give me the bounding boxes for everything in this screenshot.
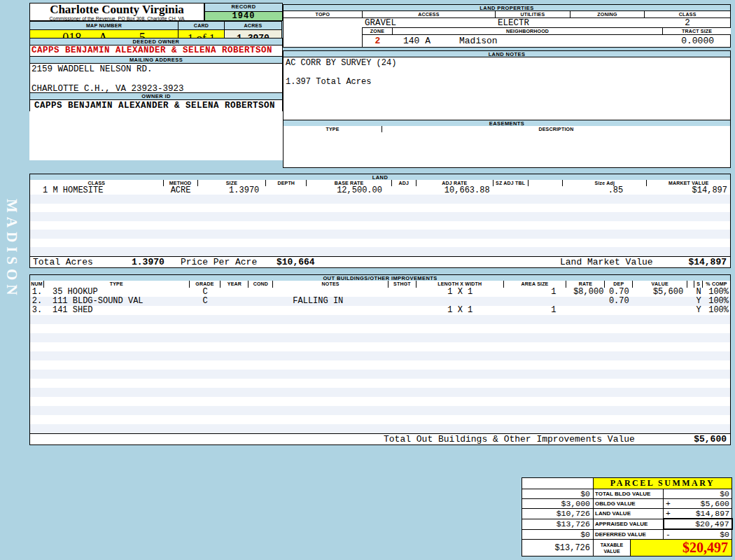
prior-value: $3,000 (522, 499, 594, 509)
col-header-zoning: ZONING (570, 11, 645, 18)
ob-sthgt (388, 288, 416, 297)
ob-type: 35 HOOKUP (44, 288, 190, 297)
empty-row (29, 204, 731, 214)
out-building-row: 1. 35 HOOKUP C 1 X 1 1 $8,000 0.70 $5,60… (29, 288, 731, 298)
ob-rate (566, 306, 605, 315)
neighborhood-name: Madison (459, 35, 498, 47)
ob-year (220, 288, 248, 297)
price-per-acre-label: Price Per Acre (181, 257, 257, 268)
summary-value: $5,600 (701, 499, 729, 508)
summary-row-land: $10,726 LAND VALUE +$14,897 (522, 509, 732, 519)
record-value: 1940 (204, 11, 283, 21)
ob-s: Y (694, 297, 703, 306)
land-col-blank (528, 180, 564, 186)
land-totals-row: Total Acres 1.3970 Price Per Acre $10,66… (29, 256, 731, 268)
ob-lxw: 1 X 1 (416, 306, 504, 315)
land-col-size-adj: Size Adj (563, 180, 647, 186)
ob-num: 2. (30, 297, 44, 306)
ob-col-sthgt: STHGT (388, 281, 416, 288)
land-size: 1.3970 (198, 186, 267, 195)
ob-col-year: YEAR (220, 281, 248, 288)
empty-row (29, 315, 731, 325)
ob-grade (190, 306, 221, 315)
land-col-size: SIZE (198, 180, 267, 186)
out-buildings-total-row: Total Out Buildings & Other Improvements… (29, 433, 731, 445)
land-note-line-1: AC CORR BY SURVEY (24) (286, 59, 728, 68)
land-sz-adj-tbl (493, 186, 528, 195)
summary-value: $14,897 (696, 509, 729, 518)
summary-value: $0 (720, 489, 729, 498)
owner-section: DEEDED OWNER CAPPS BENJAMIN ALEXANDER & … (29, 38, 283, 160)
land-row: 1 M HOMESITE ACRE 1.3970 12,500.00 10,66… (29, 186, 731, 195)
ob-col-s: S (694, 281, 703, 288)
total-acres-label: Total Acres (33, 257, 93, 268)
ob-value (633, 297, 687, 306)
land-col-market-value: MARKET VALUE (647, 180, 730, 186)
summary-value: $0 (720, 530, 729, 539)
property-record-card: MADISON Charlotte County Virginia Commis… (0, 0, 735, 560)
empty-row (29, 397, 731, 407)
col-header-class: CLASS (645, 11, 730, 18)
summary-blank-cell (522, 478, 594, 489)
ob-pct-comp: 100% (703, 306, 730, 315)
ob-blank (687, 297, 694, 306)
summary-row-taxable: $13,726 TAXABLE VALUE $20,497 (522, 540, 732, 556)
mailing-address-box: 2159 WADDELL NELSON RD. CHARLOTTE C.H., … (29, 63, 283, 93)
ob-col-type: TYPE (44, 281, 190, 288)
empty-row (29, 324, 731, 334)
operator: + (666, 509, 671, 518)
ob-rate (566, 297, 605, 306)
ob-num: 3. (30, 306, 44, 315)
prior-value: $0 (522, 529, 594, 540)
land-col-method: METHOD (164, 180, 198, 186)
taxable-label: TAXABLE VALUE (594, 540, 631, 556)
class-value: 2 (645, 18, 730, 28)
ob-type: 141 SHED (44, 306, 190, 315)
ob-cond (248, 306, 273, 315)
land-depth (266, 186, 307, 195)
ob-dep: 0.70 (605, 297, 633, 306)
land-col-adj: ADJ (392, 180, 416, 186)
empty-row (29, 379, 731, 388)
address-line-1: 2159 WADDELL NELSON RD. (31, 64, 281, 74)
neighborhood-code: 140 A (403, 35, 430, 47)
easements-empty-box (283, 132, 731, 168)
county-subtitle: Commissioner of the Revenue, PO Box 308,… (30, 16, 204, 21)
parcel-summary-title: PARCEL SUMMARY (594, 478, 732, 489)
empty-row (29, 212, 731, 222)
ob-num: 1. (30, 288, 44, 297)
ob-col-cond: COND (248, 281, 273, 288)
owner-id-value: CAPPS BENJAMIN ALEXANDER & SELENA ROBERT… (29, 99, 283, 112)
taxable-prior-value: $13,726 (522, 540, 594, 556)
ob-col-blank (687, 281, 694, 288)
empty-row (29, 370, 731, 379)
col-header-neighborhood: NEIGHBORHOOD (393, 28, 663, 34)
land-blank (528, 186, 564, 195)
land-base-rate: 12,500.00 (307, 186, 392, 195)
prior-value: $0 (522, 489, 594, 499)
empty-row (29, 239, 731, 248)
empty-row (29, 195, 731, 204)
col-header-topo: TOPO (284, 11, 363, 18)
ob-blank (687, 288, 694, 297)
prior-value: $13,726 (522, 519, 594, 529)
empty-row (29, 333, 731, 343)
land-note-line-2: 1.397 Total Acres (286, 78, 728, 87)
empty-row (29, 424, 731, 434)
ob-col-dep: DEP (605, 281, 633, 288)
land-market-value: $14,897 (647, 186, 730, 195)
price-per-acre-value: $10,664 (276, 257, 315, 268)
ob-s: N (694, 288, 703, 297)
ob-col-value: VALUE (633, 281, 687, 288)
col-header-type: TYPE (284, 126, 382, 132)
ob-year (220, 297, 248, 306)
operator: - (666, 530, 671, 539)
ob-col-notes: NOTES (273, 281, 388, 288)
land-properties-values: GRAVEL ELECTR 2 (284, 18, 730, 28)
operator: + (666, 499, 671, 508)
ob-lxw (416, 297, 504, 306)
summary-value: $20,497 (695, 519, 729, 528)
ob-area (504, 297, 567, 306)
summary-label: TOTAL BLDG VALUE (594, 489, 664, 499)
county-title: Charlotte County Virginia (30, 4, 204, 16)
